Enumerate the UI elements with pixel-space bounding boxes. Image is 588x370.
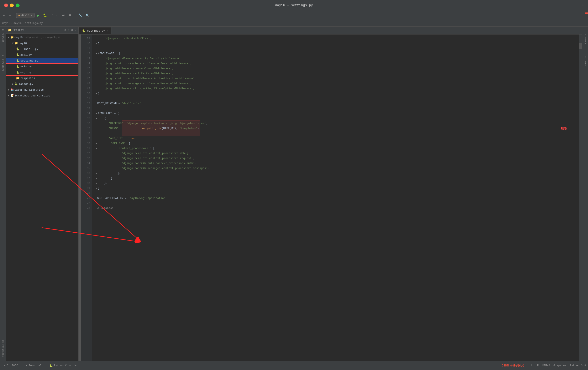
tree-item-label: day16 — [19, 42, 27, 45]
tree-item-urls[interactable]: 🐍 urls.py — [6, 64, 78, 69]
fold-60: ▼ — [96, 141, 97, 146]
tree-item-settings[interactable]: 🐍 settings.py — [6, 58, 78, 64]
code-line-41 — [96, 46, 579, 51]
breadcrumb: day16 › day16 › settings.py — [0, 20, 588, 27]
delete-label: 删除 — [561, 126, 567, 131]
code-line-44: 'django.contrib.sessions.middleware.Sess… — [96, 61, 579, 66]
breadcrumb-sep-1: › — [11, 22, 13, 25]
code-line-72 — [96, 201, 579, 206]
py-icon: 🐍 — [16, 71, 20, 74]
fold-40: ▶ — [96, 41, 97, 46]
bottom-bar: ≡ 6: TODO ▪ Terminal 🐍 Python Console CS… — [0, 361, 588, 370]
toolbar-sep-1 — [14, 13, 14, 18]
code-line-62: 'django.template.context_processors.debu… — [96, 151, 579, 156]
bottom-tab-todo[interactable]: ≡ 6: TODO — [2, 363, 20, 368]
tree-item-asgi[interactable]: 🐍 asgi.py — [6, 52, 78, 58]
tree-item-init[interactable]: 🐍 __init__.py — [6, 46, 78, 52]
search-everywhere-button[interactable]: 🔍 — [84, 13, 90, 18]
expand-icon: ▼ — [8, 36, 10, 39]
sidebar-project-icon[interactable]: 1: Project — [2, 29, 4, 42]
tree-item-day16-inner[interactable]: ▼ 📁 day16 — [6, 40, 78, 46]
tree-item-label: manage.py — [19, 82, 33, 86]
expand-icon: ▼ — [12, 42, 14, 45]
collapse-button[interactable]: ≡ — [68, 28, 69, 32]
code-content[interactable]: 'django.contrib.staticfiles', ▶ ] ▼ MIDD… — [92, 34, 579, 361]
panel-header: 📁 Project ▾ ⊕ ≡ ⚙ ✕ — [6, 27, 78, 34]
tree-item-day16-root[interactable]: ▼ 📁 day16 ~/PycharmProjects/gx/day16 — [6, 34, 78, 40]
run-config-label: day16 — [21, 14, 30, 17]
tab-close-button[interactable]: ✕ — [107, 30, 108, 32]
code-line-43: 'django.middleware.security.SecurityMidd… — [96, 56, 579, 61]
code-line-48: 'django.contrib.messages.middleware.Mess… — [96, 81, 579, 86]
back-button[interactable]: ← — [2, 13, 6, 18]
line-numbers: 39 40 41 42 43 44 45 46 47 48 49 50 51 5… — [81, 34, 92, 361]
forward-button[interactable]: → — [8, 13, 12, 18]
sidebar-tab-sciview[interactable]: SciView — [584, 54, 587, 68]
fold-42: ▼ — [96, 51, 97, 56]
scrollbar-vertical[interactable] — [579, 34, 582, 361]
profile-button[interactable]: ↻ — [55, 13, 60, 18]
main-layout: 1: Project 2: Structure 2: Favorites 📁 P… — [0, 27, 588, 361]
settings-panel-button[interactable]: ⚙ — [71, 28, 73, 32]
tree-item-wsgi[interactable]: 🐍 wsgi.py — [6, 69, 78, 75]
run-config[interactable]: ▶ day16 ▾ — [16, 13, 35, 18]
code-line-42: ▼ MIDDLEWARE = [ — [96, 51, 579, 56]
bottom-tab-terminal[interactable]: ▪ Terminal — [24, 363, 43, 368]
locate-button[interactable]: ⊕ — [64, 28, 66, 32]
debug-button[interactable]: 🐛 — [42, 13, 48, 18]
terminal-label: Terminal — [29, 364, 41, 367]
fold-50: ▶ — [96, 91, 97, 96]
code-editor[interactable]: 39 40 41 42 43 44 45 46 47 48 49 50 51 5… — [79, 34, 582, 361]
breadcrumb-item-1[interactable]: day16 — [2, 22, 10, 25]
sidebar-structure-icon[interactable]: 2: Structure — [2, 55, 4, 71]
sidebar-favorites-icon[interactable]: 2: Favorites — [2, 340, 4, 357]
concurrency-button[interactable]: ⏭ — [61, 13, 66, 18]
expand-icon-ext: ▶ — [8, 88, 10, 92]
fold-66: ▼ — [96, 171, 97, 176]
panel-dropdown-icon[interactable]: ▾ — [25, 29, 27, 32]
tab-settings[interactable]: 🐍 settings.py ✕ — [79, 27, 111, 34]
tab-label: settings.py — [87, 29, 105, 32]
toolbar: ← → ▶ day16 ▾ ▶ 🐛 ⚡ ↻ ⏭ ⏹ 🔧 🔍 — [0, 11, 588, 20]
code-line-53 — [96, 106, 579, 111]
tree-item-label: asgi.py — [20, 53, 32, 57]
breadcrumb-item-3[interactable]: settings.py — [25, 22, 43, 25]
tree-item-label: wsgi.py — [20, 71, 32, 74]
tree-item-templates[interactable]: 📂 templates 删除 — [6, 75, 78, 81]
minimize-button[interactable] — [10, 3, 14, 7]
code-line-55: ▼ { — [96, 116, 579, 121]
panel-title: 📁 Project ▾ — [8, 29, 27, 32]
titlebar-actions: + — [582, 3, 584, 7]
code-line-58: , — [96, 131, 579, 136]
breadcrumb-item-2[interactable]: day16 — [13, 22, 22, 25]
status-encoding: UTF-8 — [542, 364, 550, 367]
sidebar-tab-database[interactable]: Database — [584, 31, 587, 46]
folder-icon: 📁 — [15, 41, 18, 45]
tree-item-manage[interactable]: ▶ 🐍 manage.py — [6, 81, 78, 87]
tree-item-path: ~/PycharmProjects/gx/day16 — [25, 36, 61, 39]
close-panel-button[interactable]: ✕ — [75, 28, 76, 32]
code-line-46: 'django.middleware.csrf.CsrfViewMiddlewa… — [96, 71, 579, 76]
tree-item-label: day16 — [15, 36, 23, 39]
maximize-button[interactable] — [16, 3, 20, 7]
breadcrumb-sep-2: › — [22, 22, 24, 25]
close-button[interactable] — [4, 3, 8, 7]
coverage-button[interactable]: ⚡ — [50, 13, 54, 18]
editor-tabs: 🐍 settings.py ✕ — [79, 27, 582, 34]
code-line-60: ▼ 'OPTIONS': { — [96, 141, 579, 146]
fold-68: ▼ — [96, 181, 97, 186]
run-config-icon: ▶ — [19, 14, 20, 17]
run-button[interactable]: ▶ — [36, 12, 41, 18]
stop-button[interactable]: ⏹ — [67, 13, 73, 18]
fold-69: ▼ — [96, 186, 97, 191]
fold-55: ▼ — [96, 116, 97, 121]
bottom-tab-python-console[interactable]: 🐍 Python Console — [47, 363, 78, 368]
tree-item-scratches[interactable]: ▶ 📝 Scratches and Consoles — [6, 93, 78, 99]
add-tab-icon[interactable]: + — [582, 3, 584, 7]
folder-icon-ext: 📚 — [10, 88, 14, 92]
titlebar: day16 – settings.py + — [0, 0, 588, 11]
tree-item-extlibs[interactable]: ▶ 📚 External Libraries — [6, 87, 78, 93]
tree-item-label: __init__.py — [20, 48, 38, 51]
settings-button[interactable]: 🔧 — [77, 13, 83, 18]
code-line-61: ▼ 'context_processors': [ — [96, 146, 579, 151]
